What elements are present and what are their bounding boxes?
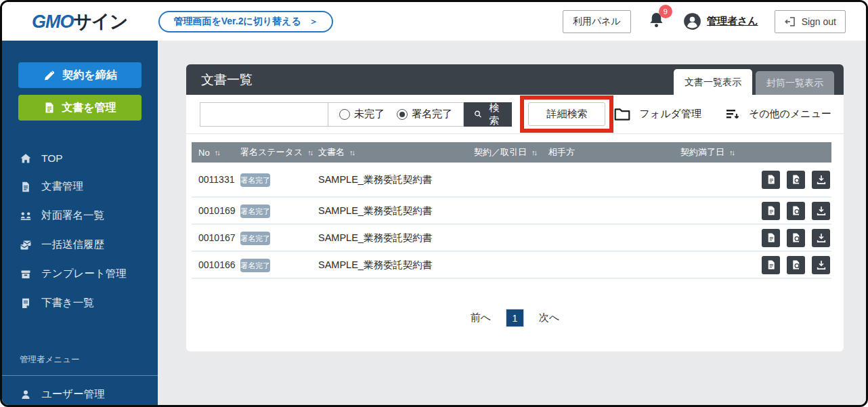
other-menu-label: その他のメニュー bbox=[749, 108, 831, 121]
gmo-sign-logo: GMO サイン bbox=[32, 9, 127, 34]
radio-signed-complete[interactable]: 署名完了 bbox=[397, 108, 452, 121]
sidebar-nav: TOP 文書管理 bbox=[2, 145, 158, 318]
cell-doc-name: SAMPLE_業務委託契約書 bbox=[318, 259, 474, 272]
status-badge: 署名完了 bbox=[240, 232, 270, 245]
preview-document-button[interactable] bbox=[787, 171, 805, 189]
sort-icon[interactable]: ↑↓ bbox=[531, 148, 536, 156]
other-menu-button[interactable]: その他のメニュー bbox=[724, 106, 831, 123]
preview-document-button[interactable] bbox=[787, 229, 805, 247]
sign-out-button[interactable]: Sign out bbox=[775, 10, 846, 33]
notification-bell-button[interactable]: 9 bbox=[647, 11, 666, 32]
file-search-icon bbox=[791, 205, 802, 216]
sign-out-icon bbox=[784, 16, 796, 28]
column-header-expiry-date[interactable]: 契約満了日 ↑↓ bbox=[680, 146, 762, 158]
sort-icon[interactable]: ↑↓ bbox=[729, 148, 734, 156]
panel-header: 文書一覧 文書一覧表示 封筒一覧表示 bbox=[186, 64, 844, 95]
conclude-contract-button[interactable]: 契約を締結 bbox=[18, 62, 142, 88]
download-button[interactable] bbox=[812, 256, 830, 274]
view-tabs: 文書一覧表示 封筒一覧表示 bbox=[674, 69, 834, 95]
manage-documents-label: 文書を管理 bbox=[62, 101, 116, 115]
logo-gmo-text: GMO bbox=[32, 12, 74, 33]
sidebar-item-draft-list[interactable]: 下書き一覧 bbox=[2, 288, 158, 318]
download-icon bbox=[816, 232, 827, 243]
file-search-icon bbox=[791, 232, 802, 243]
sidebar-item-user-management[interactable]: ユーザー管理 bbox=[2, 380, 158, 405]
sidebar-item-label: 対面署名一覧 bbox=[41, 209, 104, 223]
radio-signed-complete-input[interactable] bbox=[397, 109, 408, 120]
column-header-contract-date[interactable]: 契約／取引日 ↑↓ bbox=[474, 146, 548, 158]
pagination-prev[interactable]: 前へ bbox=[471, 312, 491, 324]
folder-management-button[interactable]: フォルダ管理 bbox=[613, 106, 701, 123]
sidebar-item-top[interactable]: TOP bbox=[2, 145, 158, 172]
view-document-button[interactable] bbox=[762, 171, 780, 189]
radio-incomplete[interactable]: 未完了 bbox=[339, 108, 385, 121]
tab-envelope-list-view[interactable]: 封筒一覧表示 bbox=[756, 71, 834, 95]
sort-icon[interactable]: ↑↓ bbox=[349, 148, 354, 156]
sidebar-item-bulk-send-history[interactable]: 一括送信履歴 bbox=[2, 230, 158, 259]
document-icon bbox=[20, 181, 32, 193]
row-actions bbox=[762, 202, 833, 220]
download-icon bbox=[816, 259, 827, 270]
file-search-icon bbox=[791, 259, 802, 270]
cell-doc-name: SAMPLE_業務委託契約書 bbox=[318, 232, 474, 244]
radio-incomplete-input[interactable] bbox=[339, 109, 350, 120]
home-icon bbox=[20, 152, 32, 165]
tab-document-list-view[interactable]: 文書一覧表示 bbox=[674, 69, 752, 95]
usage-panel-button[interactable]: 利用パネル bbox=[563, 10, 631, 33]
cell-no: 0010167 bbox=[198, 232, 240, 243]
view-document-button[interactable] bbox=[762, 256, 780, 274]
file-search-icon bbox=[791, 174, 802, 185]
sidebar-item-face-to-face-signing[interactable]: 対面署名一覧 bbox=[2, 201, 158, 230]
view-document-button[interactable] bbox=[762, 229, 780, 247]
people-icon bbox=[20, 210, 32, 222]
admin-menu-section-label: 管理者メニュー bbox=[20, 354, 158, 375]
row-actions bbox=[762, 256, 833, 274]
cell-doc-name: SAMPLE_業務委託契約書 bbox=[318, 173, 474, 186]
account-menu-link[interactable]: 管理者さん bbox=[683, 12, 758, 30]
manage-documents-button[interactable]: 文書を管理 bbox=[18, 95, 142, 121]
download-button[interactable] bbox=[812, 171, 830, 189]
cell-no: 0010166 bbox=[198, 259, 240, 270]
document-list-panel: 文書一覧 文書一覧表示 封筒一覧表示 未完了 bbox=[186, 64, 844, 351]
table-row: 0011331 署名完了 SAMPLE_業務委託契約書 bbox=[192, 163, 831, 198]
sidebar-admin-nav: ユーザー管理 操作ログ管理 bbox=[2, 380, 158, 405]
cell-no: 0011331 bbox=[198, 174, 240, 185]
sign-out-label: Sign out bbox=[802, 16, 836, 27]
column-header-doc-name[interactable]: 文書名 ↑↓ bbox=[318, 146, 474, 158]
radio-signed-complete-label: 署名完了 bbox=[412, 108, 452, 121]
file-icon bbox=[766, 174, 777, 185]
advanced-search-button[interactable]: 詳細検索 bbox=[528, 102, 605, 126]
file-icon bbox=[766, 259, 777, 270]
sign-pen-icon bbox=[43, 68, 56, 82]
download-button[interactable] bbox=[812, 229, 830, 247]
chevron-right-icon: ＞ bbox=[309, 16, 318, 28]
preview-document-button[interactable] bbox=[787, 202, 805, 220]
status-badge: 署名完了 bbox=[240, 173, 270, 187]
column-header-status[interactable]: 署名ステータス ↑↓ bbox=[240, 146, 318, 158]
top-right-cluster: 利用パネル 9 管理者さん Sign ou bbox=[563, 10, 846, 33]
table-row: 0010167 署名完了 SAMPLE_業務委託契約書 bbox=[192, 225, 831, 252]
column-header-no[interactable]: No ↑↓ bbox=[198, 148, 240, 158]
sidebar-divider bbox=[2, 375, 158, 376]
sort-icon[interactable]: ↑↓ bbox=[215, 148, 219, 156]
table-rows: 0011331 署名完了 SAMPLE_業務委託契約書 bbox=[192, 163, 831, 279]
page-title: 文書一覧 bbox=[201, 71, 253, 89]
panel-body: 未完了 署名完了 検索 bbox=[186, 95, 844, 351]
pagination-next[interactable]: 次へ bbox=[539, 312, 559, 324]
sidebar-item-template-management[interactable]: テンプレート管理 bbox=[2, 259, 158, 288]
notification-badge: 9 bbox=[659, 5, 672, 18]
search-input[interactable] bbox=[200, 102, 328, 127]
sidebar-item-label: ユーザー管理 bbox=[41, 387, 105, 402]
view-document-button[interactable] bbox=[762, 202, 780, 220]
switch-to-ver2-button[interactable]: 管理画面をVer.2に切り替える ＞ bbox=[158, 11, 332, 33]
download-icon bbox=[816, 174, 827, 185]
preview-document-button[interactable] bbox=[787, 256, 805, 274]
sidebar-item-label: 一括送信履歴 bbox=[41, 238, 104, 252]
download-button[interactable] bbox=[812, 202, 830, 220]
search-button-label: 検索 bbox=[486, 102, 502, 127]
search-button[interactable]: 検索 bbox=[464, 102, 512, 127]
sort-icon[interactable]: ↑↓ bbox=[307, 148, 312, 156]
sidebar-item-document-management[interactable]: 文書管理 bbox=[2, 172, 158, 201]
sidebar: 契約を締結 文書を管理 TOP bbox=[2, 41, 158, 405]
search-icon bbox=[474, 109, 482, 119]
